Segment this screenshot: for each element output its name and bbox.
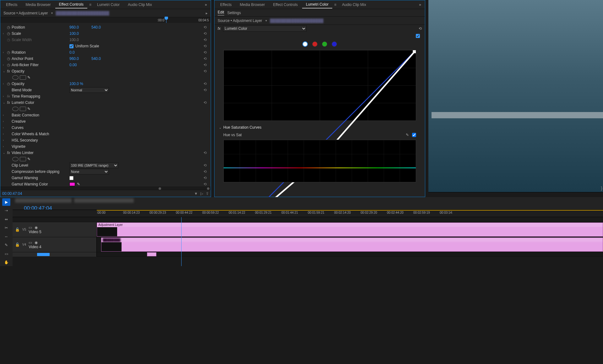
twirl-icon[interactable]: › [3, 82, 6, 85]
toggle-output-icon[interactable]: ▭ [29, 240, 32, 245]
hand-tool-icon[interactable]: ✋ [2, 259, 10, 266]
reset-icon[interactable]: ⟲ [202, 63, 208, 67]
pen-mask-icon[interactable]: ✎ [27, 75, 30, 80]
reset-icon[interactable]: ⟲ [202, 44, 208, 48]
track-header-v5[interactable]: 🔓 V5 ▭◉ Video 5 [13, 222, 97, 237]
selection-tool-icon[interactable]: ▶ [2, 198, 10, 206]
playhead[interactable] [181, 217, 182, 266]
prop-scale-value[interactable]: 100.0 [69, 31, 85, 36]
reset-icon[interactable]: ⟲ [202, 100, 208, 105]
clip-adjustment-layer[interactable]: Adjustment Layer [97, 222, 603, 237]
reset-icon[interactable]: ⟲ [202, 88, 208, 92]
clip-video[interactable]: ████████ [101, 238, 603, 252]
hue-vs-sat-editor[interactable] [223, 140, 416, 182]
stopwatch-icon[interactable]: ◷ [6, 63, 11, 67]
lumetri-hsl[interactable]: HSL Secondary [11, 138, 69, 142]
panel-menu-icon[interactable]: ≡ [333, 3, 338, 7]
overflow-icon[interactable]: » [203, 3, 209, 7]
fx-badge-icon[interactable]: fx [6, 151, 11, 155]
lumetri-vignette[interactable]: Vignette [11, 144, 69, 149]
curve-green-channel[interactable] [322, 41, 327, 47]
rect-mask-icon[interactable] [20, 107, 26, 111]
tab-lumetri-color-left[interactable]: Lumetri Color [93, 1, 123, 8]
compression-select[interactable]: None [69, 169, 109, 174]
curve-white-channel[interactable] [302, 41, 308, 47]
pen-mask-icon[interactable]: ✎ [27, 157, 30, 161]
ellipse-mask-icon[interactable] [12, 157, 19, 161]
source-dropdown-icon[interactable]: ▾ [51, 11, 53, 15]
out-bracket-icon[interactable]: } [601, 186, 602, 191]
panel-menu-icon[interactable]: ≡ [88, 3, 93, 7]
fx-badge-icon[interactable]: fx [6, 69, 11, 73]
mini-playhead[interactable] [166, 17, 166, 23]
track-lane-v5[interactable]: Adjustment Layer [97, 222, 603, 237]
razor-tool-icon[interactable]: ✂ [2, 224, 10, 232]
play-only-icon[interactable]: ▷ [200, 191, 203, 196]
tab-effects[interactable]: Effects [2, 1, 21, 8]
stopwatch-icon[interactable]: ◷ [6, 31, 11, 36]
twirl-icon[interactable]: › [3, 126, 6, 129]
fx-badge-icon[interactable]: fx [6, 94, 11, 99]
lumetri-wheels[interactable]: Color Wheels & Match [11, 132, 69, 136]
gamut-color-swatch[interactable] [69, 182, 75, 186]
twirl-icon[interactable]: › [3, 95, 6, 98]
track-name[interactable]: Video 5 [29, 230, 94, 234]
reset-icon[interactable]: ⟲ [202, 38, 208, 42]
reset-icon[interactable]: ⟲ [202, 151, 208, 155]
pen-tool-icon[interactable]: ✎ [2, 242, 10, 249]
prop-anchor-y[interactable]: 540.0 [91, 56, 107, 61]
subtab-settings[interactable]: Settings [227, 11, 241, 15]
fx-badge-icon[interactable]: fx [6, 100, 11, 105]
stopwatch-icon[interactable]: ◷ [6, 50, 11, 55]
twirl-icon[interactable]: ⌄ [3, 70, 6, 73]
tab-audio-clip-mix-left[interactable]: Audio Clip Mix [124, 1, 156, 8]
track-header-v4[interactable]: 🔓 V4 ▭◉ Video 4 [13, 237, 97, 252]
stopwatch-icon[interactable]: ◷ [6, 56, 11, 61]
reset-icon[interactable]: ⟲ [202, 31, 208, 36]
prop-antiflicker-value[interactable]: 0.00 [69, 63, 85, 67]
lumetri-creative[interactable]: Creative [11, 119, 69, 124]
mini-timeline[interactable]: :00:0 00:04:5 [0, 17, 211, 23]
tab-lumetri-color-r[interactable]: Lumetri Color [302, 1, 332, 8]
lock-icon[interactable]: 🔓 [15, 228, 20, 232]
curve-blue-channel[interactable] [332, 41, 337, 47]
pen-mask-icon[interactable]: ✎ [27, 107, 30, 111]
export-icon[interactable]: ⇪ [206, 191, 209, 196]
prop-opacity-value[interactable]: 100.0 % [69, 82, 85, 86]
ellipse-mask-icon[interactable] [12, 107, 19, 111]
rect-mask-icon[interactable] [20, 75, 26, 80]
time-ruler[interactable]: :00:00 00:00:14:23 00:00:29:23 00:00:44:… [13, 210, 603, 217]
tab-effect-controls[interactable]: Effect Controls [55, 1, 87, 8]
rectangle-tool-icon[interactable]: ▭ [2, 250, 10, 258]
prop-position-x[interactable]: 960.0 [69, 25, 85, 29]
twirl-icon[interactable]: › [3, 51, 6, 54]
track-lane-v3[interactable] [97, 252, 603, 256]
reset-icon[interactable]: ⟲ [202, 176, 208, 180]
track-name[interactable]: Video 4 [29, 245, 94, 249]
subtab-edit[interactable]: Edit [218, 10, 224, 15]
horizontal-scrollbar[interactable] [0, 187, 211, 190]
overflow-icon[interactable]: » [417, 3, 423, 7]
lumetri-basic[interactable]: Basic Correction [11, 113, 69, 117]
tab-media-browser-r[interactable]: Media Browser [236, 1, 269, 8]
lumetri-curves[interactable]: Curves [11, 126, 69, 130]
twirl-icon[interactable]: › [3, 63, 6, 67]
reset-icon[interactable]: ⟲ [202, 82, 208, 86]
clip-level-select[interactable]: 100 IRE (SMPTE range) [69, 163, 118, 168]
reset-icon[interactable]: ⟲ [202, 163, 208, 168]
tab-media-browser[interactable]: Media Browser [22, 1, 54, 8]
rgb-curves-enable-checkbox[interactable] [416, 34, 420, 38]
gamut-warning-checkbox[interactable] [69, 176, 73, 180]
reset-icon[interactable]: ⟲ [202, 50, 208, 55]
prop-anchor-x[interactable]: 960.0 [69, 56, 85, 61]
prop-rotation-value[interactable]: 0.0 [69, 50, 85, 55]
track-lane-v4[interactable]: ████████ [97, 237, 603, 252]
reset-icon[interactable]: ⟲ [202, 69, 208, 73]
lumetri-fx-select[interactable]: Lumetri Color [223, 25, 307, 32]
reset-icon[interactable]: ⟲ [202, 182, 208, 186]
twirl-icon[interactable]: › [3, 132, 6, 136]
twirl-icon[interactable]: › [3, 139, 6, 142]
stopwatch-icon[interactable]: ◷ [6, 82, 11, 86]
ripple-tool-icon[interactable]: ⇔ [2, 216, 10, 223]
ellipse-mask-icon[interactable] [12, 75, 19, 80]
